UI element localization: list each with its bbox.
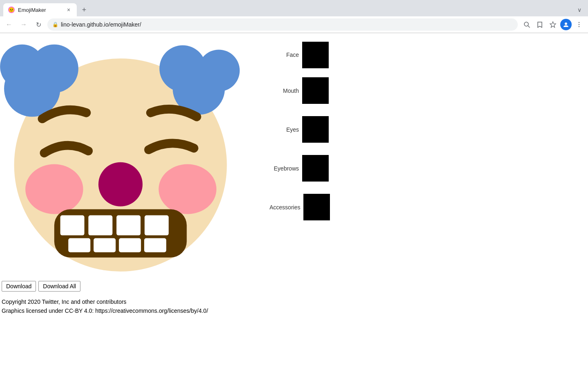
eyebrows-label: Eyebrows xyxy=(270,166,302,171)
svg-point-19 xyxy=(98,162,143,206)
face-swatch[interactable] xyxy=(302,42,329,68)
accessories-swatch[interactable] xyxy=(303,194,330,220)
bottom-bar: Download Download All xyxy=(0,277,588,296)
svg-rect-24 xyxy=(145,215,169,235)
bookmark-icon[interactable] xyxy=(534,19,546,30)
new-tab-button[interactable]: + xyxy=(78,4,90,16)
eyes-label: Eyes xyxy=(270,127,302,132)
tab-title: EmojiMaker xyxy=(18,7,46,13)
tab-expand-button[interactable]: ∨ xyxy=(577,7,585,13)
search-icon[interactable] xyxy=(521,19,532,30)
footer-line1: Copyright 2020 Twitter, Inc and other co… xyxy=(2,297,586,306)
mouth-label: Mouth xyxy=(270,88,302,94)
svg-point-0 xyxy=(9,7,14,12)
mouth-category-row: Mouth xyxy=(270,71,343,110)
mouth-swatch[interactable] xyxy=(302,77,329,104)
menu-icon[interactable] xyxy=(573,19,585,30)
eyes-swatch[interactable] xyxy=(302,116,329,143)
accessories-category-row: Accessories xyxy=(270,188,343,227)
svg-point-16 xyxy=(198,49,240,91)
url-bar[interactable]: 🔒 lino-levan.github.io/emojiMaker/ xyxy=(47,18,518,31)
download-button[interactable]: Download xyxy=(2,281,36,292)
tab-close-button[interactable]: × xyxy=(65,7,72,13)
address-actions xyxy=(521,19,585,30)
svg-rect-27 xyxy=(119,238,141,252)
svg-rect-25 xyxy=(68,238,90,252)
emoji-canvas xyxy=(0,36,265,274)
svg-point-1 xyxy=(10,9,11,10)
main-area: Face Mouth Eyes Eyebrows Accessories xyxy=(0,33,588,277)
svg-line-4 xyxy=(528,26,530,27)
svg-point-2 xyxy=(12,9,13,10)
eyes-category-row: Eyes xyxy=(270,110,343,149)
svg-rect-23 xyxy=(116,215,140,235)
url-text: lino-levan.github.io/emojiMaker/ xyxy=(61,21,141,28)
forward-button[interactable]: → xyxy=(18,19,29,30)
eyebrows-swatch[interactable] xyxy=(302,155,329,182)
page-content: Face Mouth Eyes Eyebrows Accessories xyxy=(0,33,588,368)
svg-point-8 xyxy=(579,24,579,25)
address-bar: ← → ↻ 🔒 lino-levan.github.io/emojiMaker/ xyxy=(0,16,588,33)
svg-point-7 xyxy=(579,22,579,23)
tab-favicon xyxy=(8,7,15,13)
svg-rect-21 xyxy=(60,215,85,235)
face-label: Face xyxy=(270,52,302,58)
accessories-label: Accessories xyxy=(270,204,303,210)
star-icon[interactable] xyxy=(547,19,559,30)
refresh-button[interactable]: ↻ xyxy=(33,19,44,30)
category-panel: Face Mouth Eyes Eyebrows Accessories xyxy=(265,36,347,274)
footer: Copyright 2020 Twitter, Inc and other co… xyxy=(0,296,588,317)
footer-line2: Graphics licensed under CC-BY 4.0: https… xyxy=(2,306,586,315)
svg-marker-5 xyxy=(550,22,556,27)
back-button[interactable]: ← xyxy=(3,19,15,30)
svg-point-17 xyxy=(25,164,83,214)
svg-rect-22 xyxy=(88,215,112,235)
eyebrows-category-row: Eyebrows xyxy=(270,149,343,188)
profile-icon[interactable] xyxy=(560,19,572,30)
svg-point-13 xyxy=(0,45,44,89)
lock-icon: 🔒 xyxy=(52,22,58,27)
browser-chrome: EmojiMaker × + ∨ ← → ↻ 🔒 lino-levan.gith… xyxy=(0,0,588,33)
active-tab[interactable]: EmojiMaker × xyxy=(3,3,77,16)
svg-rect-26 xyxy=(94,238,116,252)
tab-bar: EmojiMaker × + ∨ xyxy=(0,0,588,16)
svg-point-6 xyxy=(565,22,567,25)
face-category-row: Face xyxy=(270,38,343,71)
download-all-button[interactable]: Download All xyxy=(38,281,80,292)
svg-point-18 xyxy=(158,164,216,214)
svg-point-9 xyxy=(579,26,579,27)
svg-rect-28 xyxy=(144,238,166,252)
